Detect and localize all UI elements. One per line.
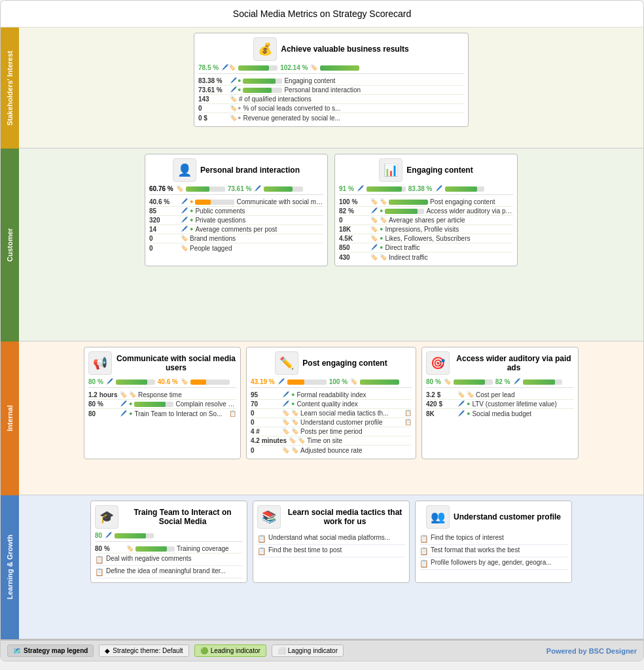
metric-row: 80 🖊️● Train Team to Interact on So... 📋	[88, 409, 236, 418]
metric-label: Engaging content	[284, 77, 464, 84]
metric-label: Revenue generated by social le...	[243, 115, 464, 122]
stakeholders-section: 💰 Achieve valuable business results 78.5…	[19, 27, 643, 149]
lagging-label: Lagging indicator	[288, 647, 338, 654]
metric-row: 0 🏷️🏷️ Learn social media tactics th... …	[251, 409, 412, 418]
communicate-title: Communicate with social media users	[116, 354, 236, 372]
leading-icon: 🟢	[200, 647, 208, 654]
metric-row: 320 🖊️● Private questions	[149, 216, 323, 225]
legend-lagging[interactable]: ⬜ Lagging indicator	[272, 644, 344, 657]
metric-row: 0 🏷️● % of social leads converted to s..…	[198, 104, 464, 113]
train-header: 🎓 Traing Team to Interact on Social Medi…	[95, 505, 243, 529]
learning-row: 🎓 Traing Team to Interact on Social Medi…	[24, 501, 638, 583]
metric-row: 850 🖊️● Direct traffic	[339, 243, 513, 253]
score1: 60.76 %	[149, 185, 173, 192]
personal-brand-card: 👤 Personal brand interaction 60.76 % 🏷️ …	[145, 154, 328, 266]
score1: 91 %	[339, 185, 354, 192]
strategic-theme-label: Strategic theme: Default	[113, 647, 183, 654]
engaging-icon: 📊	[379, 158, 402, 182]
metric-row: 143 🏷️ # of qualified interactions	[198, 95, 464, 104]
score1-icon: 🖊️🏷️	[221, 65, 236, 71]
leaf-item: 📋 Test format that works the best	[420, 545, 567, 557]
legend-strategic-theme[interactable]: ◆ Strategic theme: Default	[99, 644, 188, 657]
legend-strategy-map[interactable]: 🗺️ Strategy map legend	[7, 644, 94, 657]
metric-row: 3.2 $ 🏷️🏷️ Cost per lead	[426, 391, 574, 400]
scorecard-body: Stakeholders' Interest Customer Internal…	[1, 27, 643, 639]
strategy-map-label: Strategy map legend	[24, 647, 88, 654]
metric-row: 0 🏷️ People tagged	[149, 243, 323, 253]
metric-row: 420 $ 🖊️● LTV (customer lifetime value)	[426, 400, 574, 409]
access-wider-header: 🎯 Access wider auditory via paid ads	[426, 351, 574, 375]
understand-icon: 👥	[426, 505, 450, 529]
progress2	[320, 65, 359, 71]
understand-title: Understand customer profile	[454, 512, 561, 521]
post-title: Post engaging content	[302, 359, 387, 368]
metric-row: 4 # 🏷️🏷️ Posts per time period	[251, 427, 412, 436]
metric-row: 73.61 % 🖊️● Personal brand interaction	[198, 86, 464, 95]
train-title: Traing Team to Interact on Social Media	[122, 508, 243, 526]
legend-leading[interactable]: 🟢 Leading indicator	[194, 644, 266, 657]
train-team-card: 🎓 Traing Team to Interact on Social Medi…	[90, 501, 247, 583]
score2-icon: 🏷️	[310, 65, 317, 71]
metric-row: 0 🏷️🏷️ Understand customer profile 📋	[251, 418, 412, 427]
post-metrics: 95 🖊️● Formal readability index 70 🖊️● C…	[251, 391, 412, 455]
metric-bar	[243, 88, 282, 93]
internal-row: 📢 Communicate with social media users 80…	[24, 347, 638, 459]
metric-value: 0	[198, 105, 228, 112]
metric-label: # of qualified interactions	[239, 96, 464, 103]
strategy-map-icon: 🗺️	[13, 647, 21, 654]
metric-row: 4.2 minutes 🏷️🏷️ Time on site	[251, 436, 412, 446]
stakeholders-title: Achieve valuable business results	[281, 44, 408, 54]
leaf-item: 📋 Understand what social media platforms…	[257, 533, 405, 545]
strategic-theme-icon: ◆	[105, 647, 110, 654]
personal-brand-header: 👤 Personal brand interaction	[149, 158, 323, 182]
train-icon: 🎓	[95, 505, 118, 529]
communicate-metrics: 1.2 hours 🏷️🏷️ Response time 80 % 🖊️● Co…	[88, 391, 236, 418]
engaging-content-header: 📊 Engaging content	[339, 158, 513, 182]
score2: 102.14 %	[280, 64, 308, 71]
metric-label: % of social leads converted to s...	[243, 105, 464, 112]
engaging-metrics: 100 % 🏷️🏷️ Post engaging content 82 % 🖊️…	[339, 198, 513, 262]
metric-row: 0 🏷️ Brand mentions	[149, 234, 323, 243]
score2: 73.61 %	[228, 185, 252, 192]
personal-brand-icon: 👤	[173, 158, 196, 182]
metric-row: 83.38 % 🖊️● Engaging content	[198, 77, 464, 86]
understand-header: 👥 Understand customer profile	[420, 505, 567, 529]
metric-value: 0 $	[198, 115, 228, 122]
internal-label: Internal	[1, 342, 19, 495]
metric-row: 85 🖊️● Public comments	[149, 207, 323, 216]
metric-bar	[243, 79, 282, 84]
leaf-item: 📋 Find the topics of interest	[420, 533, 567, 545]
personal-brand-score: 60.76 % 🏷️ 73.61 % 🖊️	[149, 185, 323, 195]
post-engaging-card: ✏️ Post engaging content 43.19 % 🖊️ 100 …	[246, 347, 416, 459]
progress1	[238, 65, 277, 71]
brand-logo: Powered by BSC Designer	[546, 647, 637, 655]
communicate-card: 📢 Communicate with social media users 80…	[84, 347, 241, 459]
learn-title: Learn social media tactics that work for…	[285, 508, 405, 526]
metric-row: 18K 🏷️● Impressions, Profile visits	[339, 225, 513, 234]
metric-value: 143	[198, 96, 228, 103]
personal-brand-metrics: 40.6 % 🖊️● Communicate with social medi.…	[149, 198, 323, 253]
learn-tactics-header: 📚 Learn social media tactics that work f…	[257, 505, 405, 529]
learn-tactics-card: 📚 Learn social media tactics that work f…	[253, 501, 410, 583]
learn-icon: 📚	[257, 505, 281, 529]
learning-section: 🎓 Traing Team to Interact on Social Medi…	[19, 495, 643, 639]
leaf-item: 📋 Find the best time to post	[257, 545, 405, 557]
access-title: Access wider auditory via paid ads	[454, 354, 574, 372]
stakeholders-icon: 💰	[253, 37, 277, 61]
access-score: 80 % 🏷️ 82 % 🖊️	[426, 378, 574, 388]
leaf-item: 📋 Profile followers by age, gender, geog…	[420, 557, 567, 570]
customer-section: 👤 Personal brand interaction 60.76 % 🏷️ …	[19, 149, 643, 342]
customer-row: 👤 Personal brand interaction 60.76 % 🏷️ …	[24, 154, 638, 266]
metric-row: 1.2 hours 🏷️🏷️ Response time	[88, 391, 236, 400]
perspective-labels: Stakeholders' Interest Customer Internal…	[1, 27, 19, 639]
engaging-score: 91 % 🖊️ 83.38 % 🖊️	[339, 185, 513, 195]
understand-customer-card: 👥 Understand customer profile 📋 Find the…	[415, 501, 572, 583]
metric-row: 80 % 🏷️ Training coverage	[95, 544, 243, 554]
stakeholders-score-row: 78.5 % 🖊️🏷️ 102.14 % 🏷️	[198, 64, 464, 74]
communicate-header: 📢 Communicate with social media users	[88, 351, 236, 375]
stakeholders-label: Stakeholders' Interest	[1, 27, 19, 149]
communicate-icon: 📢	[88, 351, 112, 375]
stakeholders-row: 💰 Achieve valuable business results 78.5…	[24, 33, 638, 127]
access-wider-card: 🎯 Access wider auditory via paid ads 80 …	[421, 347, 579, 459]
learn-metrics: 📋 Understand what social media platforms…	[257, 533, 405, 557]
